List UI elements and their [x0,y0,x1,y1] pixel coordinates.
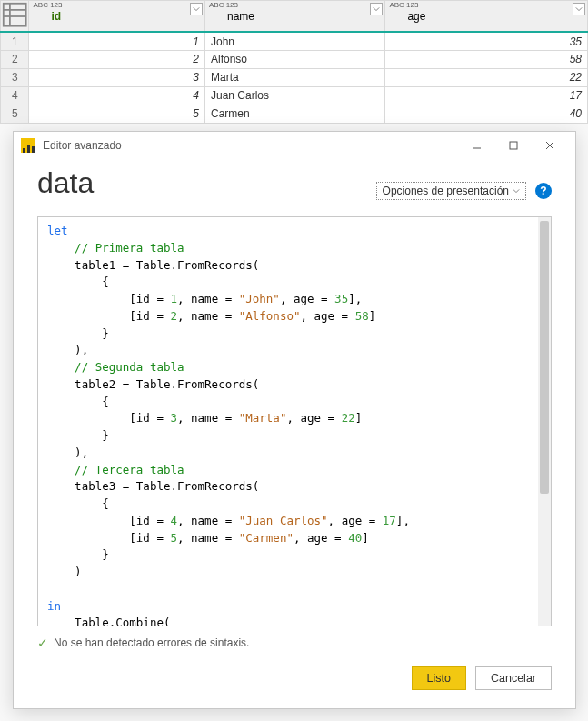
table-row[interactable]: 33Marta22 [1,68,588,86]
column-header-age[interactable]: ABC 123 age [385,1,588,33]
cell-age[interactable]: 22 [385,68,588,86]
cell-age[interactable]: 40 [385,105,588,123]
column-type-icon: ABC 123 [389,2,418,9]
row-number: 3 [1,68,29,86]
cell-name[interactable]: Marta [205,68,385,86]
filter-dropdown-icon[interactable] [573,3,585,15]
cell-age[interactable]: 58 [385,50,588,68]
cell-id[interactable]: 3 [29,68,205,86]
row-number: 5 [1,105,29,123]
cell-name[interactable]: John [205,32,385,50]
row-number: 4 [1,86,29,105]
table-row[interactable]: 55Carmen40 [1,105,588,123]
column-header-id[interactable]: ABC 123 id [29,1,205,33]
table-row[interactable]: 11John35 [1,32,588,50]
data-grid: ABC 123 id ABC 123 name ABC 123 age 11Jo… [0,0,588,124]
cell-id[interactable]: 2 [29,50,205,68]
cell-id[interactable]: 5 [29,105,205,123]
cell-name[interactable]: Carmen [205,105,385,123]
cell-age[interactable]: 35 [385,32,588,50]
column-header-name[interactable]: ABC 123 name [205,1,385,33]
column-type-icon: ABC 123 [209,2,238,9]
cell-id[interactable]: 1 [29,32,205,50]
column-type-icon: ABC 123 [33,2,62,9]
svg-rect-0 [4,4,26,26]
table-corner-icon[interactable] [1,1,29,33]
filter-dropdown-icon[interactable] [190,3,203,15]
cell-name[interactable]: Juan Carlos [205,86,385,105]
table-row[interactable]: 22Alfonso58 [1,50,588,68]
cell-id[interactable]: 4 [29,86,205,105]
table-row[interactable]: 44Juan Carlos17 [1,86,588,105]
filter-dropdown-icon[interactable] [370,3,383,15]
row-number: 1 [1,32,29,50]
cell-age[interactable]: 17 [385,86,588,105]
cell-name[interactable]: Alfonso [205,50,385,68]
row-number: 2 [1,50,29,68]
